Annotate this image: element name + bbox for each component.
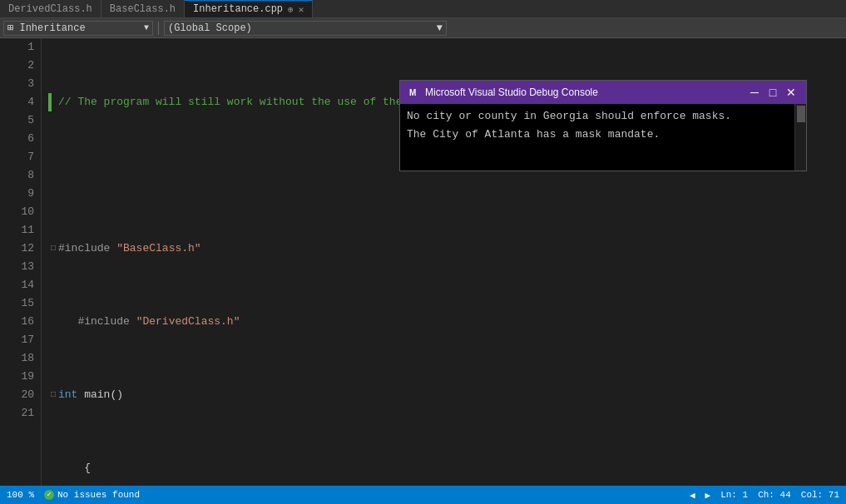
debug-line-2: The City of Atlanta has a mask mandate. xyxy=(407,126,788,144)
code-line-4: #include "DerivedClass.h" xyxy=(48,313,846,331)
toolbar-separator xyxy=(158,22,159,35)
gutter-indicator xyxy=(48,93,52,111)
line3-path: "BaseClass.h" xyxy=(116,240,200,258)
check-icon: ✓ xyxy=(44,490,54,500)
debug-console: M Microsoft Visual Studio Debug Console … xyxy=(399,80,807,171)
minimize-button[interactable]: ─ xyxy=(746,84,763,101)
issues-status: ✓ No issues found xyxy=(44,490,140,500)
line6-brace: { xyxy=(58,459,91,477)
tab-baseclass-label: BaseClass.h xyxy=(110,3,176,15)
debug-console-title: Microsoft Visual Studio Debug Console xyxy=(425,86,745,98)
issues-label: No issues found xyxy=(57,490,140,500)
tab-baseclass[interactable]: BaseClass.h xyxy=(101,0,185,17)
debug-scrollbar-thumb[interactable] xyxy=(797,106,805,122)
scope-dropdown-arrow: ▼ xyxy=(437,22,443,34)
debug-scrollbar[interactable] xyxy=(794,104,806,170)
file-dropdown[interactable]: ⊞ Inheritance ▼ xyxy=(3,21,153,36)
editor-area: 1 2 3 4 5 6 7 8 9 10 11 12 13 14 15 16 1… xyxy=(0,38,846,486)
line5-int: int xyxy=(58,386,77,404)
debug-title-bar: M Microsoft Visual Studio Debug Console … xyxy=(400,81,806,104)
tab-inheritance-label: Inheritance.cpp xyxy=(193,3,283,15)
debug-output: No city or county in Georgia should enfo… xyxy=(400,104,794,170)
status-bar: 100 % ✓ No issues found ◀ ▶ Ln: 1 Ch: 44… xyxy=(0,486,846,504)
toolbar: ⊞ Inheritance ▼ (Global Scope) ▼ xyxy=(0,18,846,38)
svg-text:M: M xyxy=(409,88,416,97)
scroll-right[interactable]: ▶ xyxy=(705,490,711,501)
code-line-6: { xyxy=(48,459,846,477)
status-right: ◀ ▶ Ln: 1 Ch: 44 Col: 71 xyxy=(690,490,839,501)
line4-path: "DerivedClass.h" xyxy=(136,313,240,331)
scope-dropdown[interactable]: (Global Scope) ▼ xyxy=(164,21,447,36)
scroll-left[interactable]: ◀ xyxy=(690,490,695,501)
close-button[interactable]: ✕ xyxy=(783,84,799,101)
col-number: Col: 71 xyxy=(801,490,839,500)
code-line-5: □ int main() xyxy=(48,386,846,404)
fold-icon-3: □ xyxy=(48,240,58,258)
tab-inheritance-close[interactable]: ✕ xyxy=(299,4,304,15)
file-dropdown-arrow: ▼ xyxy=(144,23,149,32)
code-line-3: □ #include "BaseClass.h" xyxy=(48,240,846,258)
line-number: Ln: 1 xyxy=(720,490,748,500)
zoom-level[interactable]: 100 % xyxy=(7,490,34,500)
tab-derivedclass[interactable]: DerivedClass.h xyxy=(0,0,101,17)
debug-title-icon: M xyxy=(407,86,420,99)
tab-derivedclass-label: DerivedClass.h xyxy=(8,3,92,15)
line3-include: #include xyxy=(58,240,116,258)
scope-dropdown-label: (Global Scope) xyxy=(168,22,252,34)
line-numbers: 1 2 3 4 5 6 7 8 9 10 11 12 13 14 15 16 1… xyxy=(0,38,42,486)
maximize-button[interactable]: □ xyxy=(764,84,781,101)
tab-inheritance-modified: ⊕ xyxy=(288,4,294,15)
tab-bar: DerivedClass.h BaseClass.h Inheritance.c… xyxy=(0,0,846,18)
line5-main: main() xyxy=(77,386,123,404)
debug-body: No city or county in Georgia should enfo… xyxy=(400,104,806,170)
fold-icon-5: □ xyxy=(48,386,58,404)
char-number: Ch: 44 xyxy=(758,490,791,500)
line4-include: #include xyxy=(58,313,136,331)
status-left: 100 % ✓ No issues found xyxy=(7,490,140,500)
debug-line-1: No city or county in Georgia should enfo… xyxy=(407,107,788,126)
tab-inheritance[interactable]: Inheritance.cpp ⊕ ✕ xyxy=(185,0,313,17)
file-dropdown-label: ⊞ Inheritance xyxy=(7,22,86,34)
